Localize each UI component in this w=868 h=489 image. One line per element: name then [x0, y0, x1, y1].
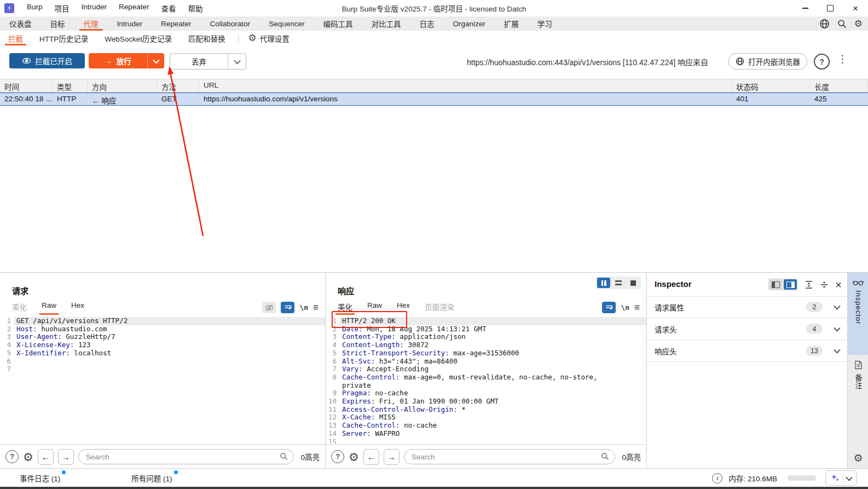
side-tab-notes[interactable]: 备注 — [848, 355, 868, 412]
kebab-menu-icon[interactable]: ⋮ — [837, 53, 848, 65]
next-match-button[interactable]: → — [384, 449, 400, 465]
glasses-icon — [853, 278, 864, 286]
inspector-section[interactable]: 请求属性 2 — [647, 296, 847, 318]
response-editor[interactable]: 1HTTP/2 200 OK 2Date: Mon, 18 Aug 2025 1… — [326, 317, 646, 444]
inspector-section-label: 请求属性 — [655, 302, 806, 313]
dock-left-button[interactable] — [769, 279, 782, 290]
expand-all-icon[interactable] — [805, 280, 813, 289]
column-header[interactable]: 状态码 — [732, 79, 810, 92]
proxy-sub-tab[interactable]: 拦截 — [0, 31, 31, 45]
editor-tab[interactable]: Raw — [367, 301, 382, 315]
response-panel: 响应 美化RawHex页面渲染 \n ≡ 1HTTP/2 200 OK 2Dat… — [326, 272, 647, 469]
editor-menu-icon[interactable]: ≡ — [313, 302, 319, 313]
menu-item[interactable]: 项目 — [49, 1, 76, 16]
main-tab[interactable]: 编码工具 — [314, 16, 362, 31]
column-header[interactable]: 类型 — [53, 79, 88, 92]
soft-wrap-button[interactable] — [281, 302, 294, 313]
main-tab[interactable]: Repeater — [152, 16, 201, 31]
table-row[interactable]: 22:50:40 18 … HTTP ← 响应 GET https://huoh… — [0, 93, 868, 106]
prev-match-button[interactable]: ← — [38, 449, 54, 465]
editor-tab[interactable]: Raw — [42, 301, 56, 315]
main-tab[interactable]: Organizer — [443, 16, 494, 31]
show-newlines-button[interactable]: \n — [299, 303, 308, 312]
dock-right-button[interactable] — [784, 279, 797, 290]
main-tab[interactable]: Sequencer — [259, 16, 314, 31]
search-settings-gear-icon[interactable]: ⚙ — [23, 451, 33, 463]
globe-icon[interactable] — [819, 19, 830, 29]
editor-menu-icon[interactable]: ≡ — [634, 302, 640, 313]
layout-columns-button[interactable] — [597, 278, 610, 288]
column-header[interactable]: 方向 — [88, 79, 157, 92]
open-embedded-browser-button[interactable]: 打开内嵌浏览器 — [728, 53, 807, 70]
layout-rows-button[interactable] — [612, 278, 625, 288]
intercept-toggle-button[interactable]: 拦截已开启 — [9, 53, 85, 68]
editor-tab[interactable]: Hex — [397, 301, 410, 315]
prev-match-button[interactable]: ← — [363, 449, 379, 465]
proxy-sub-tab[interactable]: WebSocket历史记录 — [96, 31, 180, 45]
minimize-button[interactable] — [792, 0, 818, 16]
response-line: 14Server: WAFPRO — [326, 430, 646, 438]
proxy-sub-tab[interactable]: HTTP历史记录 — [31, 31, 96, 45]
menu-item[interactable]: 查看 — [155, 1, 182, 16]
editor-tab[interactable]: 美化 — [12, 301, 27, 315]
next-match-button[interactable]: → — [58, 449, 74, 465]
close-button[interactable]: × — [843, 0, 868, 16]
editor-tab[interactable]: Hex — [71, 301, 84, 315]
help-button[interactable]: ? — [814, 54, 830, 70]
inspector-section[interactable]: 请求头 4 — [647, 318, 847, 340]
maximize-button[interactable] — [818, 0, 843, 16]
help-icon[interactable]: ? — [5, 450, 19, 463]
search-settings-gear-icon[interactable]: ⚙ — [349, 451, 359, 463]
menu-item[interactable]: Burp — [21, 1, 49, 16]
panel-settings-gear-icon[interactable]: ⚙ — [848, 452, 868, 464]
status-tab[interactable]: 事件日志 (1) — [20, 473, 66, 484]
column-header[interactable]: URL — [199, 79, 732, 92]
hide-nonprintable-button[interactable] — [262, 302, 276, 313]
inspector-header: Inspector × — [647, 273, 847, 297]
menu-item[interactable]: Intruder — [76, 1, 113, 16]
column-header[interactable]: 方法 — [157, 79, 199, 92]
search-icon[interactable] — [837, 19, 847, 28]
menu-item[interactable]: Repeater — [113, 1, 155, 16]
main-tab[interactable]: 学习 — [528, 16, 562, 31]
main-tab[interactable]: Collaborator — [201, 16, 260, 31]
drop-dropdown[interactable] — [228, 54, 246, 69]
forward-button[interactable]: → 放行 — [89, 53, 164, 68]
request-search-input[interactable] — [78, 449, 294, 464]
settings-gear-icon[interactable]: ⚙ — [854, 19, 863, 28]
main-tab[interactable]: 目标 — [41, 16, 74, 31]
column-header[interactable]: 长度 — [810, 79, 868, 92]
show-newlines-button[interactable]: \n — [621, 303, 629, 312]
pane-left-icon — [772, 281, 780, 288]
proxy-sub-tab[interactable]: 匹配和替换 — [180, 31, 234, 45]
collapse-all-icon[interactable] — [820, 280, 829, 289]
bar — [601, 280, 604, 286]
inspector-section[interactable]: 响应头 13 — [647, 340, 847, 362]
editor-tab[interactable]: 美化 — [338, 301, 352, 315]
burp-logo-icon: ⚡ — [4, 3, 14, 13]
main-tab[interactable]: Intruder — [108, 16, 152, 31]
main-tab[interactable]: 对比工具 — [362, 16, 410, 31]
editor-tab[interactable]: 页面渲染 — [425, 301, 454, 315]
chevron-down-icon — [153, 56, 160, 64]
info-icon[interactable]: i — [712, 473, 722, 484]
request-editor[interactable]: 1GET /api/v1/versions HTTP/2 2Host: huoh… — [0, 317, 325, 444]
layout-single-button[interactable] — [627, 278, 640, 288]
drop-button[interactable]: 丢弃 — [170, 53, 246, 70]
response-search-input[interactable] — [404, 449, 616, 464]
main-tab[interactable]: 仪表盘 — [0, 16, 41, 31]
inspector-panel: Inspector × 请求属性 2 请求头 4 — [647, 272, 847, 469]
soft-wrap-button[interactable] — [602, 302, 616, 313]
menu-item[interactable]: 帮助 — [182, 1, 209, 16]
forward-dropdown[interactable] — [147, 53, 164, 68]
status-tab[interactable]: 所有问题 (1) — [131, 473, 177, 484]
main-tab[interactable]: 扩展 — [495, 16, 528, 31]
main-tab[interactable]: 代理 — [74, 16, 108, 31]
ai-assistant-button[interactable] — [825, 470, 857, 486]
column-header[interactable]: 时间 — [0, 79, 53, 92]
close-inspector-icon[interactable]: × — [835, 279, 842, 290]
help-icon[interactable]: ? — [331, 450, 344, 463]
side-tab-inspector[interactable]: Inspector — [848, 273, 868, 355]
main-tab[interactable]: 日志 — [410, 16, 443, 31]
tab-proxy-settings[interactable]: ⚙ 代理设置 — [243, 31, 295, 45]
